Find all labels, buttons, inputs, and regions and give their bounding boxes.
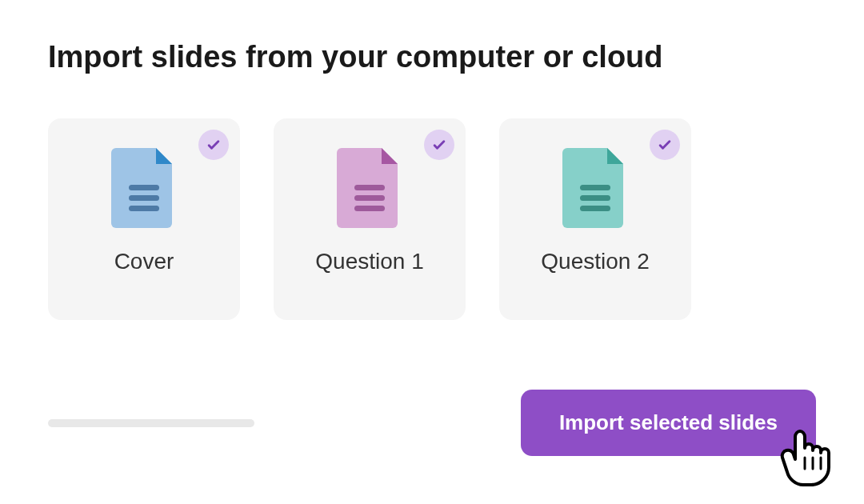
selected-check-icon xyxy=(650,130,680,160)
svg-rect-5 xyxy=(354,206,385,211)
svg-rect-3 xyxy=(354,185,385,190)
slide-card-question-2[interactable]: Question 2 xyxy=(499,118,691,320)
file-icon xyxy=(111,148,177,231)
selected-check-icon xyxy=(198,130,229,160)
selected-check-icon xyxy=(424,130,454,160)
slide-card-label: Cover xyxy=(114,249,174,274)
file-icon xyxy=(337,148,402,231)
footer: Import selected slides xyxy=(48,390,816,456)
svg-rect-6 xyxy=(580,185,610,190)
svg-rect-8 xyxy=(580,206,610,211)
slide-card-list: Cover Question 1 xyxy=(48,118,816,320)
page-title: Import slides from your computer or clou… xyxy=(48,40,816,74)
slide-card-question-1[interactable]: Question 1 xyxy=(274,118,466,320)
slide-card-label: Question 1 xyxy=(315,249,423,274)
loading-bar xyxy=(48,419,254,427)
svg-rect-7 xyxy=(580,195,610,201)
svg-rect-1 xyxy=(129,195,159,201)
slide-card-label: Question 2 xyxy=(541,249,649,274)
svg-rect-2 xyxy=(129,206,159,211)
svg-rect-4 xyxy=(354,195,385,201)
import-selected-button[interactable]: Import selected slides xyxy=(521,390,816,456)
svg-rect-0 xyxy=(129,185,159,190)
slide-card-cover[interactable]: Cover xyxy=(48,118,240,320)
file-icon xyxy=(562,148,628,231)
